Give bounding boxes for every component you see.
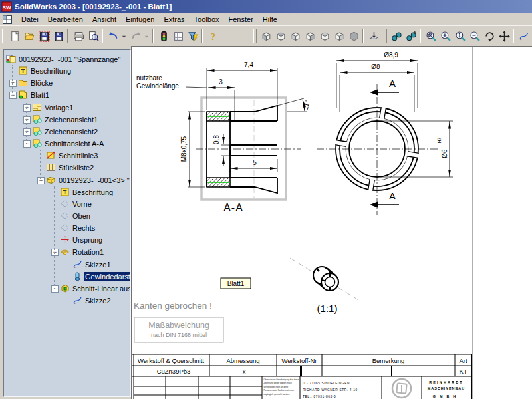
tree-item-label[interactable]: Schnitt-Linear aust bbox=[71, 284, 131, 293]
collapse-icon[interactable]: − bbox=[51, 249, 59, 256]
tree-item-label[interactable]: Beschriftung bbox=[29, 66, 72, 76]
document-icon[interactable] bbox=[2, 15, 13, 25]
tree-item-blöcke[interactable]: +Blöcke bbox=[4, 77, 130, 89]
toolbar-new-button[interactable] bbox=[7, 28, 22, 44]
tree-item-skizze2[interactable]: Skizze2 bbox=[4, 295, 130, 307]
tree-item-ursprung[interactable]: Ursprung bbox=[4, 234, 130, 246]
tree-item-schnittansicht-a-a[interactable]: −Schnittansicht A-A bbox=[4, 138, 130, 150]
dim-bore-dia[interactable]: Ø6 bbox=[441, 149, 448, 158]
toolbar-save-version-button[interactable] bbox=[37, 28, 51, 44]
toolbar-sketch-button[interactable] bbox=[517, 28, 531, 44]
tree-item-label[interactable]: Blatt1 bbox=[29, 90, 51, 100]
tree-item-skizze1[interactable]: Skizze1 bbox=[4, 259, 130, 271]
toolbar-redo-dropdown-button[interactable] bbox=[143, 28, 150, 44]
tolerance-note-box[interactable]: Maßabweichung nach DIN 7168 mittel bbox=[134, 317, 223, 342]
dim-bore-tolerance[interactable]: H7 bbox=[437, 137, 442, 143]
dim-angle[interactable]: 11° bbox=[301, 100, 311, 111]
tree-item-label[interactable]: 00192923-_-001<3> " bbox=[57, 176, 131, 185]
menu-item-extras[interactable]: Extras bbox=[159, 15, 189, 24]
section-arrow-top[interactable]: A bbox=[370, 78, 399, 96]
tree-item-label[interactable]: Zeichenansicht2 bbox=[43, 127, 99, 136]
dim-body-dia[interactable]: Ø8 bbox=[371, 63, 380, 70]
toolbar-zoom-area-button[interactable] bbox=[453, 28, 467, 44]
tree-item-label[interactable]: Rechts bbox=[71, 223, 96, 233]
toolbar-rotate-view-button[interactable] bbox=[482, 28, 497, 44]
toolbar-view-shaded-button[interactable] bbox=[346, 28, 361, 44]
title-bar[interactable]: SW SolidWorks 2003 - [00192923-_-001 - B… bbox=[0, 0, 532, 13]
tree-item-vorlage1[interactable]: +Vorlage1 bbox=[4, 102, 130, 114]
tree-item-label[interactable]: Skizze1 bbox=[84, 260, 112, 269]
toolbar-help-button[interactable]: ? bbox=[205, 28, 220, 44]
toolbar-handle[interactable] bbox=[2, 29, 5, 43]
tree-item-label[interactable]: Vorne bbox=[71, 200, 93, 209]
tree-item-label[interactable]: Skizze2 bbox=[84, 296, 112, 305]
tree-item-label[interactable]: Blöcke bbox=[29, 78, 54, 88]
toolbar-redo-button[interactable] bbox=[128, 28, 143, 44]
toolbar-view-back-button[interactable] bbox=[273, 28, 288, 44]
toolbar-view-top-button[interactable] bbox=[317, 28, 332, 44]
tree-item-label[interactable]: Zeichenansicht1 bbox=[43, 115, 99, 124]
collapse-icon[interactable]: − bbox=[51, 285, 59, 293]
toolbar-print-preview-button[interactable] bbox=[86, 28, 100, 44]
drawing-window[interactable]: 7,4 3 nutzbare Gewindelänge M8x0,75 0,8 bbox=[131, 46, 532, 399]
tree-item-gewindedarste[interactable]: Gewindedarste bbox=[4, 271, 130, 283]
tree-item-00192923-001-spannzange-[interactable]: 00192923-_-001 "Spannzange" bbox=[4, 53, 130, 65]
menu-item-hilfe[interactable]: Hilfe bbox=[258, 15, 282, 24]
toolbar-view-bottom-button[interactable] bbox=[332, 28, 346, 44]
tree-item-stückliste2[interactable]: Stückliste2 bbox=[4, 162, 130, 174]
tree-item-zeichenansicht2[interactable]: +Zeichenansicht2 bbox=[4, 126, 130, 138]
toolbar-tables-button[interactable] bbox=[171, 28, 186, 44]
collapse-icon[interactable]: − bbox=[37, 177, 45, 184]
tree-item-oben[interactable]: Oben bbox=[4, 210, 130, 222]
toolbar-handle[interactable] bbox=[384, 29, 387, 43]
menu-item-einfügen[interactable]: Einfügen bbox=[121, 15, 159, 24]
menu-item-ansicht[interactable]: Ansicht bbox=[88, 15, 121, 24]
toolbar-print-button[interactable] bbox=[71, 28, 86, 44]
toolbar-view-left-button[interactable] bbox=[288, 28, 303, 44]
tree-item-vorne[interactable]: Vorne bbox=[4, 198, 130, 210]
toolbar-view-front-button[interactable] bbox=[259, 28, 273, 44]
expand-icon[interactable]: + bbox=[23, 116, 31, 124]
expand-icon[interactable]: + bbox=[9, 80, 17, 87]
expand-icon[interactable]: + bbox=[23, 128, 31, 136]
tree-item-label[interactable]: Gewindedarste bbox=[84, 272, 131, 281]
menu-item-toolbox[interactable]: Toolbox bbox=[190, 15, 224, 24]
tree-item-label[interactable]: Beschriftung bbox=[71, 188, 114, 197]
toolbar-pan-button[interactable] bbox=[497, 28, 511, 44]
toolbar-undo-dropdown-button[interactable] bbox=[120, 28, 128, 44]
section-arrow-bottom[interactable]: A bbox=[370, 190, 399, 208]
menu-item-bearbeiten[interactable]: Bearbeiten bbox=[43, 15, 88, 24]
tree-item-rotation1[interactable]: −Rotation1 bbox=[4, 246, 130, 258]
dim-thread[interactable]: M8x0,75 bbox=[180, 136, 188, 162]
dim-bore-depth[interactable]: 5 bbox=[253, 159, 257, 166]
toolbar-zoom-window-button[interactable] bbox=[389, 28, 404, 44]
dim-outer-dia[interactable]: Ø8,9 bbox=[384, 51, 398, 59]
toolbar-selection-filter-button[interactable] bbox=[186, 28, 200, 44]
tree-item-label[interactable]: Vorlage1 bbox=[43, 103, 74, 112]
toolbar-zoom-to-selection-button[interactable] bbox=[404, 28, 418, 44]
menu-item-datei[interactable]: Datei bbox=[17, 15, 43, 24]
collapse-icon[interactable]: − bbox=[9, 92, 17, 99]
tree-item-beschriftung[interactable]: TBeschriftung bbox=[4, 186, 130, 198]
tree-item-blatt1[interactable]: −Blatt1 bbox=[4, 89, 130, 101]
tree-item-schnittlinie3[interactable]: Schnittlinie3 bbox=[4, 150, 130, 162]
front-view[interactable]: Ø8,9 Ø8 Ø6 H7 A bbox=[317, 51, 453, 215]
toolbar-normal-to-button[interactable] bbox=[366, 28, 381, 44]
toolbar-zoom-out-button[interactable] bbox=[467, 28, 482, 44]
dim-slot[interactable]: 0,8 bbox=[213, 135, 220, 144]
toolbar-handle[interactable] bbox=[253, 29, 257, 43]
toolbar-undo-button[interactable] bbox=[106, 28, 120, 44]
tree-item-label[interactable]: Stückliste2 bbox=[57, 163, 95, 172]
toolbar-save-button[interactable] bbox=[51, 28, 66, 44]
tree-item-beschriftung[interactable]: TBeschriftung bbox=[4, 65, 130, 77]
tree-item-label[interactable]: 00192923-_-001 "Spannzange" bbox=[17, 55, 122, 64]
drawing-canvas[interactable]: 7,4 3 nutzbare Gewindelänge M8x0,75 0,8 bbox=[132, 47, 532, 399]
dim-thread-length[interactable]: 3 bbox=[219, 78, 223, 86]
iso-view[interactable]: (1:1) bbox=[290, 258, 358, 314]
tree-item-00192923-001-3-[interactable]: −00192923-_-001<3> " bbox=[4, 174, 130, 186]
tree-item-label[interactable]: Ursprung bbox=[71, 235, 104, 245]
collapse-icon[interactable]: − bbox=[23, 140, 31, 148]
note-edges[interactable]: Kanten gebrochen ! bbox=[134, 301, 212, 311]
section-view[interactable]: 7,4 3 nutzbare Gewindelänge M8x0,75 0,8 bbox=[136, 61, 311, 213]
expand-icon[interactable]: + bbox=[23, 104, 31, 112]
